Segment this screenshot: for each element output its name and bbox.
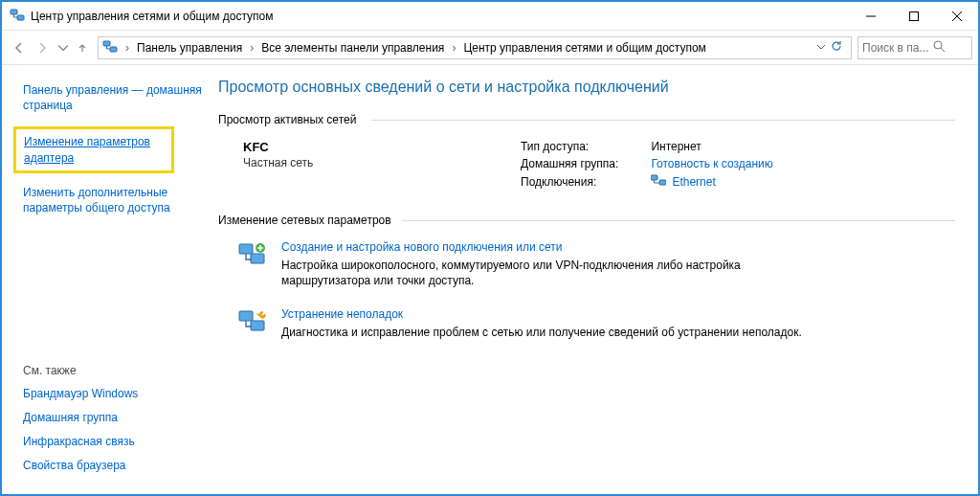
- option-new-connection: Создание и настройка нового подключения …: [237, 240, 955, 288]
- connections-label: Подключения:: [521, 175, 618, 189]
- connection-link[interactable]: Ethernet: [672, 175, 715, 189]
- close-button[interactable]: [935, 2, 978, 30]
- window-controls: [849, 2, 978, 30]
- svg-rect-6: [651, 175, 657, 180]
- svg-point-5: [934, 41, 942, 49]
- homegroup-link[interactable]: Готовность к созданию: [651, 157, 772, 170]
- change-settings-header: Изменение сетевых параметров: [218, 214, 955, 227]
- breadcrumb-sep-icon: ›: [450, 41, 457, 55]
- breadcrumb-sep-icon: ›: [248, 41, 256, 55]
- active-network-block: KFC Частная сеть Тип доступа: Интернет Д…: [243, 140, 955, 189]
- troubleshoot-link[interactable]: Устранение неполадок: [281, 307, 403, 321]
- svg-rect-3: [103, 41, 110, 46]
- refresh-icon[interactable]: [830, 39, 843, 56]
- network-name: KFC: [243, 140, 482, 154]
- network-center-icon: [102, 40, 118, 56]
- change-adapter-settings-link[interactable]: Изменение параметров адаптера: [24, 134, 164, 165]
- maximize-button[interactable]: [892, 2, 935, 30]
- svg-rect-8: [239, 244, 253, 254]
- see-also-link-infrared[interactable]: Инфракрасная связь: [23, 435, 203, 448]
- see-also-link-internet-options[interactable]: Свойства браузера: [23, 459, 203, 472]
- chevron-down-icon[interactable]: [816, 41, 826, 55]
- breadcrumb-sep-icon: ›: [123, 41, 131, 55]
- navbar: › Панель управления › Все элементы панел…: [2, 31, 978, 65]
- breadcrumb-item[interactable]: Центр управления сетями и общим доступом: [459, 41, 710, 55]
- svg-rect-0: [11, 10, 17, 14]
- minimize-button[interactable]: [849, 2, 892, 30]
- change-sharing-settings-link[interactable]: Изменить дополнительные параметры общего…: [23, 185, 203, 215]
- nav-up-button[interactable]: [77, 42, 88, 54]
- see-also-link-homegroup[interactable]: Домашняя группа: [23, 411, 203, 424]
- titlebar: Центр управления сетями и общим доступом: [2, 2, 978, 31]
- search-box[interactable]: [858, 36, 972, 59]
- nav-recent-button[interactable]: [57, 42, 69, 54]
- ethernet-icon: [651, 174, 666, 189]
- access-type-value: Интернет: [651, 140, 772, 153]
- active-networks-header: Просмотр активных сетей: [218, 113, 955, 126]
- svg-rect-1: [17, 15, 24, 20]
- troubleshoot-icon: [237, 307, 268, 338]
- control-panel-home-link[interactable]: Панель управления — домашняя страница: [23, 82, 203, 113]
- svg-rect-2: [909, 11, 918, 20]
- see-also-header: См. также: [23, 364, 203, 377]
- breadcrumb-item[interactable]: Все элементы панели управления: [257, 41, 448, 55]
- sidebar: Панель управления — домашняя страница Из…: [2, 65, 214, 492]
- nav-back-button[interactable]: [11, 40, 27, 56]
- address-bar[interactable]: › Панель управления › Все элементы панел…: [98, 36, 852, 59]
- highlight-adapter-settings: Изменение параметров адаптера: [13, 126, 174, 172]
- page-heading: Просмотр основных сведений о сети и наст…: [218, 79, 955, 96]
- svg-rect-4: [110, 47, 117, 52]
- new-connection-desc: Настройка широкополосного, коммутируемог…: [281, 258, 817, 288]
- svg-rect-11: [239, 311, 253, 321]
- svg-rect-9: [251, 254, 264, 263]
- new-connection-icon: [237, 240, 268, 271]
- search-input[interactable]: [862, 41, 929, 55]
- main-content: Просмотр основных сведений о сети и наст…: [214, 65, 978, 492]
- see-also-section: См. также Брандмауэр Windows Домашняя гр…: [23, 364, 203, 483]
- svg-rect-7: [659, 180, 666, 185]
- window-title: Центр управления сетями и общим доступом: [31, 10, 849, 23]
- new-connection-link[interactable]: Создание и настройка нового подключения …: [281, 240, 563, 254]
- breadcrumb-item[interactable]: Панель управления: [133, 41, 246, 55]
- troubleshoot-desc: Диагностика и исправление проблем с сеть…: [281, 325, 802, 340]
- network-category: Частная сеть: [243, 156, 482, 169]
- access-type-label: Тип доступа:: [521, 140, 618, 153]
- svg-rect-12: [251, 321, 264, 330]
- search-icon[interactable]: [933, 40, 946, 56]
- option-troubleshoot: Устранение неполадок Диагностика и испра…: [237, 307, 955, 340]
- homegroup-label: Домашняя группа:: [521, 157, 618, 170]
- see-also-link-firewall[interactable]: Брандмауэр Windows: [23, 387, 203, 400]
- nav-forward-button[interactable]: [34, 40, 50, 56]
- network-center-icon: [10, 9, 25, 24]
